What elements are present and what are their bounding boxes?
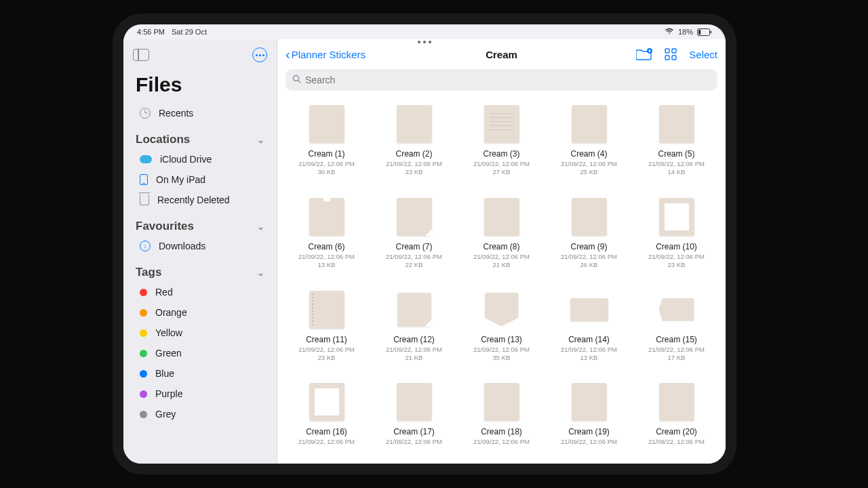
file-size: 23 KB (668, 261, 686, 268)
section-tags[interactable]: Tags ⌄ (123, 256, 277, 282)
file-thumbnail (306, 103, 348, 145)
svg-rect-5 (672, 49, 676, 53)
file-item[interactable]: Cream (16)21/09/22, 12:06 PM (285, 381, 368, 450)
search-field[interactable] (285, 69, 717, 91)
section-favourites[interactable]: Favourites ⌄ (123, 210, 277, 236)
sidebar-item-tag[interactable]: Grey (127, 404, 273, 424)
file-thumbnail (656, 196, 698, 238)
file-thumbnail (568, 103, 610, 145)
file-thumbnail (393, 381, 435, 423)
file-name: Cream (16) (306, 427, 347, 436)
view-grid-icon[interactable] (665, 48, 677, 60)
file-item[interactable]: Cream (8)21/09/22, 12:06 PM21 KB (460, 196, 542, 272)
file-size: 23 KB (406, 168, 423, 176)
file-item[interactable]: Cream (9)21/09/22, 12:06 PM26 KB (548, 196, 630, 272)
section-locations[interactable]: Locations ⌄ (123, 123, 277, 149)
file-name: Cream (10) (656, 242, 697, 251)
sidebar: Files Recents Locations ⌄ iCloud Drive O… (123, 39, 277, 464)
file-date: 21/09/22, 12:06 PM (386, 438, 442, 446)
file-thumbnail (568, 289, 610, 331)
file-size: 22 KB (406, 261, 423, 268)
file-thumbnail (568, 381, 610, 423)
file-date: 21/09/22, 12:06 PM (386, 253, 442, 261)
more-menu-icon[interactable] (252, 47, 267, 62)
file-size: 21 KB (493, 261, 511, 268)
file-item[interactable]: Cream (7)21/09/22, 12:06 PM22 KB (373, 196, 455, 272)
file-date: 21/09/22, 12:06 PM (648, 346, 705, 354)
sidebar-item-label: Blue (155, 368, 260, 379)
file-name: Cream (7) (395, 242, 432, 251)
sidebar-toggle-icon[interactable] (133, 49, 149, 61)
file-thumbnail (481, 289, 523, 331)
file-date: 21/09/22, 12:06 PM (298, 346, 355, 354)
file-thumbnail (481, 103, 523, 145)
file-item[interactable]: Cream (3)21/09/22, 12:06 PM27 KB (460, 103, 542, 180)
file-item[interactable]: Cream (14)21/09/22, 12:06 PM13 KB (548, 289, 630, 365)
sidebar-item-label: Recently Deleted (157, 195, 260, 205)
file-item[interactable]: Cream (18)21/09/22, 12:06 PM (460, 381, 542, 450)
file-name: Cream (14) (568, 335, 610, 344)
file-date: 21/09/22, 12:06 PM (473, 160, 530, 168)
file-thumbnail (656, 381, 698, 423)
file-date: 21/09/22, 12:06 PM (298, 438, 355, 446)
sidebar-item-tag[interactable]: Red (127, 282, 273, 302)
file-item[interactable]: Cream (4)21/09/22, 12:06 PM25 KB (548, 103, 630, 180)
file-item[interactable]: Cream (10)21/09/22, 12:06 PM23 KB (635, 196, 717, 272)
file-date: 21/09/22, 12:06 PM (561, 346, 617, 354)
sidebar-item-icloud[interactable]: iCloud Drive (127, 149, 273, 169)
file-date: 21/09/22, 12:06 PM (561, 438, 617, 446)
file-item[interactable]: Cream (5)21/09/22, 12:06 PM14 KB (635, 103, 717, 180)
sidebar-item-tag[interactable]: Green (127, 343, 273, 363)
status-bar: 4:56 PM Sat 29 Oct 18% (123, 24, 726, 39)
file-item[interactable]: Cream (13)21/09/22, 12:06 PM35 KB (460, 289, 542, 365)
select-button[interactable]: Select (689, 49, 717, 60)
file-size: 35 KB (493, 354, 511, 361)
tag-dot-icon (140, 390, 147, 398)
file-grid: Cream (1)21/09/22, 12:06 PM30 KBCream (2… (277, 98, 726, 464)
svg-rect-6 (665, 56, 669, 60)
sidebar-item-recentlydeleted[interactable]: Recently Deleted (127, 190, 273, 210)
file-name: Cream (18) (481, 427, 522, 436)
file-date: 21/09/22, 12:06 PM (473, 346, 530, 354)
file-item[interactable]: Cream (19)21/09/22, 12:06 PM (548, 381, 630, 450)
file-item[interactable]: Cream (20)21/09/22, 12:06 PM (635, 381, 717, 450)
sidebar-item-tag[interactable]: Blue (127, 363, 273, 384)
file-item[interactable]: Cream (17)21/09/22, 12:06 PM (373, 381, 455, 450)
file-date: 21/09/22, 12:06 PM (386, 346, 442, 354)
sidebar-item-tag[interactable]: Purple (127, 384, 273, 404)
file-thumbnail (481, 196, 523, 238)
file-item[interactable]: Cream (6)21/09/22, 12:06 PM13 KB (285, 196, 368, 272)
sidebar-item-label: Red (155, 287, 260, 298)
file-size: 26 KB (580, 261, 598, 268)
back-button[interactable]: ‹ Planner Stickers (285, 47, 366, 61)
file-name: Cream (6) (308, 242, 344, 251)
file-name: Cream (19) (568, 427, 610, 436)
sidebar-item-downloads[interactable]: Downloads (127, 236, 273, 256)
file-thumbnail (393, 196, 435, 238)
svg-rect-4 (665, 49, 669, 53)
file-item[interactable]: Cream (2)21/09/22, 12:06 PM23 KB (373, 103, 455, 180)
wifi-icon (665, 28, 674, 36)
new-folder-icon[interactable] (636, 48, 652, 60)
file-item[interactable]: Cream (1)21/09/22, 12:06 PM30 KB (285, 103, 368, 180)
search-input[interactable] (305, 75, 711, 85)
file-date: 21/09/22, 12:06 PM (561, 160, 617, 168)
sidebar-item-tag[interactable]: Orange (127, 302, 273, 323)
file-item[interactable]: Cream (15)21/09/22, 12:06 PM17 KB (635, 289, 717, 365)
download-icon (140, 241, 151, 251)
file-item[interactable]: Cream (12)21/09/22, 12:06 PM21 KB (373, 289, 455, 365)
sidebar-item-recents[interactable]: Recents (127, 103, 273, 123)
file-thumbnail (393, 289, 435, 331)
svg-line-9 (298, 81, 301, 83)
svg-rect-2 (711, 30, 712, 33)
sidebar-item-onmyipad[interactable]: On My iPad (127, 169, 273, 190)
file-date: 21/09/22, 12:06 PM (648, 253, 705, 261)
chevron-down-icon: ⌄ (257, 268, 264, 278)
file-name: Cream (15) (656, 335, 697, 344)
file-name: Cream (4) (570, 149, 607, 159)
file-item[interactable]: Cream (11)21/09/22, 12:06 PM23 KB (285, 289, 368, 365)
sidebar-item-tag[interactable]: Yellow (127, 323, 273, 343)
sidebar-item-label: On My iPad (156, 174, 260, 185)
app-title: Files (123, 68, 277, 103)
file-name: Cream (17) (393, 427, 435, 436)
